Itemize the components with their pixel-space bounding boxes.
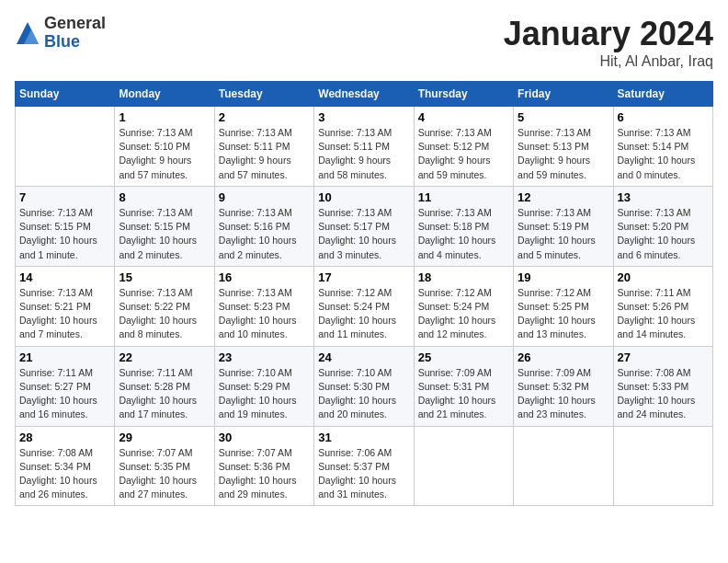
day-info: Sunrise: 7:13 AMSunset: 5:15 PMDaylight:… (19, 206, 110, 262)
calendar-cell: 8Sunrise: 7:13 AMSunset: 5:15 PMDaylight… (115, 186, 214, 266)
day-info: Sunrise: 7:12 AMSunset: 5:24 PMDaylight:… (318, 286, 409, 342)
day-info: Sunrise: 7:13 AMSunset: 5:11 PMDaylight:… (318, 126, 409, 182)
day-info: Sunrise: 7:12 AMSunset: 5:25 PMDaylight:… (518, 286, 609, 342)
calendar-cell: 15Sunrise: 7:13 AMSunset: 5:22 PMDayligh… (115, 266, 214, 346)
calendar-cell: 27Sunrise: 7:08 AMSunset: 5:33 PMDayligh… (613, 346, 712, 426)
day-info: Sunrise: 7:13 AMSunset: 5:19 PMDaylight:… (518, 206, 609, 262)
calendar-cell: 1Sunrise: 7:13 AMSunset: 5:10 PMDaylight… (115, 107, 214, 187)
day-info: Sunrise: 7:13 AMSunset: 5:16 PMDaylight:… (219, 206, 310, 262)
calendar-cell: 24Sunrise: 7:10 AMSunset: 5:30 PMDayligh… (314, 346, 414, 426)
day-number: 15 (119, 270, 210, 284)
day-number: 3 (318, 110, 409, 124)
calendar-cell: 9Sunrise: 7:13 AMSunset: 5:16 PMDaylight… (214, 186, 313, 266)
day-info: Sunrise: 7:13 AMSunset: 5:11 PMDaylight:… (219, 126, 310, 182)
day-number: 10 (318, 190, 409, 204)
day-info: Sunrise: 7:13 AMSunset: 5:18 PMDaylight:… (418, 206, 509, 262)
calendar-cell: 28Sunrise: 7:08 AMSunset: 5:34 PMDayligh… (16, 426, 115, 506)
calendar-cell: 12Sunrise: 7:13 AMSunset: 5:19 PMDayligh… (514, 186, 613, 266)
calendar-cell: 16Sunrise: 7:13 AMSunset: 5:23 PMDayligh… (214, 266, 313, 346)
month-title: January 2024 (504, 15, 713, 53)
calendar-cell: 5Sunrise: 7:13 AMSunset: 5:13 PMDaylight… (514, 107, 613, 187)
day-info: Sunrise: 7:13 AMSunset: 5:23 PMDaylight:… (219, 286, 310, 342)
column-header-tuesday: Tuesday (214, 82, 313, 107)
day-info: Sunrise: 7:13 AMSunset: 5:14 PMDaylight:… (618, 126, 709, 182)
day-number: 13 (618, 190, 709, 204)
day-info: Sunrise: 7:13 AMSunset: 5:22 PMDaylight:… (119, 286, 210, 342)
calendar-cell: 18Sunrise: 7:12 AMSunset: 5:24 PMDayligh… (414, 266, 513, 346)
day-number: 8 (119, 190, 210, 204)
day-number: 24 (318, 350, 409, 364)
calendar-cell: 30Sunrise: 7:07 AMSunset: 5:36 PMDayligh… (214, 426, 313, 506)
day-info: Sunrise: 7:07 AMSunset: 5:36 PMDaylight:… (219, 446, 310, 502)
day-number: 11 (418, 190, 509, 204)
day-info: Sunrise: 7:11 AMSunset: 5:28 PMDaylight:… (119, 366, 210, 422)
day-info: Sunrise: 7:13 AMSunset: 5:10 PMDaylight:… (119, 126, 210, 182)
day-number: 17 (318, 270, 409, 284)
day-info: Sunrise: 7:07 AMSunset: 5:35 PMDaylight:… (119, 446, 210, 502)
calendar-cell: 25Sunrise: 7:09 AMSunset: 5:31 PMDayligh… (414, 346, 513, 426)
day-info: Sunrise: 7:13 AMSunset: 5:20 PMDaylight:… (618, 206, 709, 262)
day-number: 5 (518, 110, 609, 124)
day-info: Sunrise: 7:10 AMSunset: 5:29 PMDaylight:… (219, 366, 310, 422)
day-number: 9 (219, 190, 310, 204)
calendar-cell: 26Sunrise: 7:09 AMSunset: 5:32 PMDayligh… (514, 346, 613, 426)
logo-icon (15, 20, 40, 46)
column-header-thursday: Thursday (414, 82, 513, 107)
day-number: 28 (19, 431, 110, 444)
calendar-cell: 7Sunrise: 7:13 AMSunset: 5:15 PMDaylight… (16, 186, 115, 266)
day-number: 22 (119, 350, 210, 364)
day-number: 1 (119, 110, 210, 124)
calendar-week-row: 21Sunrise: 7:11 AMSunset: 5:27 PMDayligh… (16, 346, 713, 426)
day-info: Sunrise: 7:11 AMSunset: 5:27 PMDaylight:… (19, 366, 110, 422)
day-info: Sunrise: 7:13 AMSunset: 5:17 PMDaylight:… (318, 206, 409, 262)
column-header-saturday: Saturday (613, 82, 712, 107)
calendar-cell: 11Sunrise: 7:13 AMSunset: 5:18 PMDayligh… (414, 186, 513, 266)
logo-general: General (44, 15, 106, 33)
day-number: 14 (19, 270, 110, 284)
day-number: 30 (219, 431, 310, 444)
calendar-cell (16, 107, 115, 187)
calendar-table: SundayMondayTuesdayWednesdayThursdayFrid… (15, 81, 713, 506)
day-number: 4 (418, 110, 509, 124)
logo: General Blue (15, 15, 106, 52)
day-info: Sunrise: 7:12 AMSunset: 5:24 PMDaylight:… (418, 286, 509, 342)
day-number: 7 (19, 190, 110, 204)
day-number: 2 (219, 110, 310, 124)
day-number: 6 (618, 110, 709, 124)
title-area: January 2024 Hit, Al Anbar, Iraq (504, 15, 713, 70)
day-info: Sunrise: 7:13 AMSunset: 5:13 PMDaylight:… (518, 126, 609, 182)
location-subtitle: Hit, Al Anbar, Iraq (504, 53, 713, 70)
calendar-cell: 31Sunrise: 7:06 AMSunset: 5:37 PMDayligh… (314, 426, 414, 506)
calendar-cell (613, 426, 712, 506)
day-info: Sunrise: 7:11 AMSunset: 5:26 PMDaylight:… (618, 286, 709, 342)
calendar-cell: 17Sunrise: 7:12 AMSunset: 5:24 PMDayligh… (314, 266, 414, 346)
calendar-week-row: 14Sunrise: 7:13 AMSunset: 5:21 PMDayligh… (16, 266, 713, 346)
day-number: 26 (518, 350, 609, 364)
day-number: 12 (518, 190, 609, 204)
day-number: 23 (219, 350, 310, 364)
day-info: Sunrise: 7:13 AMSunset: 5:15 PMDaylight:… (119, 206, 210, 262)
day-number: 31 (318, 431, 409, 444)
calendar-cell: 22Sunrise: 7:11 AMSunset: 5:28 PMDayligh… (115, 346, 214, 426)
calendar-cell: 21Sunrise: 7:11 AMSunset: 5:27 PMDayligh… (16, 346, 115, 426)
calendar-week-row: 7Sunrise: 7:13 AMSunset: 5:15 PMDaylight… (16, 186, 713, 266)
column-header-friday: Friday (514, 82, 613, 107)
calendar-cell: 13Sunrise: 7:13 AMSunset: 5:20 PMDayligh… (613, 186, 712, 266)
calendar-cell (414, 426, 513, 506)
calendar-cell: 2Sunrise: 7:13 AMSunset: 5:11 PMDaylight… (214, 107, 313, 187)
calendar-week-row: 28Sunrise: 7:08 AMSunset: 5:34 PMDayligh… (16, 426, 713, 506)
page-header: General Blue January 2024 Hit, Al Anbar,… (15, 15, 713, 70)
calendar-cell: 3Sunrise: 7:13 AMSunset: 5:11 PMDaylight… (314, 107, 414, 187)
calendar-cell: 19Sunrise: 7:12 AMSunset: 5:25 PMDayligh… (514, 266, 613, 346)
day-number: 19 (518, 270, 609, 284)
calendar-week-row: 1Sunrise: 7:13 AMSunset: 5:10 PMDaylight… (16, 107, 713, 187)
day-info: Sunrise: 7:08 AMSunset: 5:33 PMDaylight:… (618, 366, 709, 422)
day-number: 27 (618, 350, 709, 364)
calendar-cell: 14Sunrise: 7:13 AMSunset: 5:21 PMDayligh… (16, 266, 115, 346)
calendar-cell: 23Sunrise: 7:10 AMSunset: 5:29 PMDayligh… (214, 346, 313, 426)
day-number: 25 (418, 350, 509, 364)
column-header-monday: Monday (115, 82, 214, 107)
day-number: 18 (418, 270, 509, 284)
calendar-header-row: SundayMondayTuesdayWednesdayThursdayFrid… (16, 82, 713, 107)
column-header-sunday: Sunday (16, 82, 115, 107)
